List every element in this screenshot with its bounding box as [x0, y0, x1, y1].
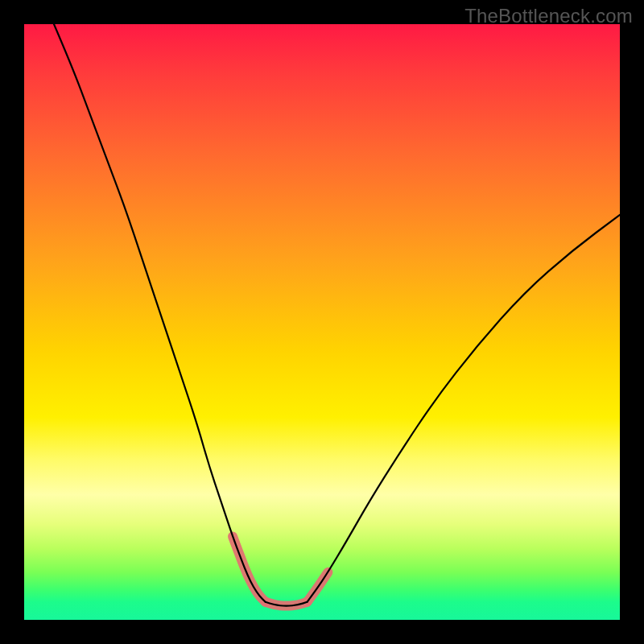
watermark-text: TheBottleneck.com: [464, 5, 633, 27]
highlight-left-descend-icon: [233, 536, 266, 601]
plot-area: [24, 24, 620, 620]
right-curve-line: [308, 215, 621, 602]
curves-layer: [24, 24, 620, 620]
left-curve-line: [54, 24, 266, 602]
chart-stage: TheBottleneck.com: [0, 0, 644, 644]
